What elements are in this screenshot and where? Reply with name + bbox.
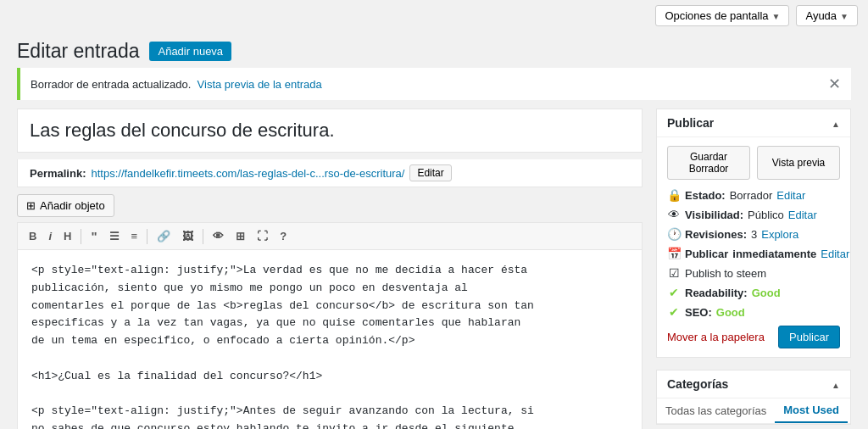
chevron-down-icon-help xyxy=(840,9,849,22)
publish-box-header: Publicar xyxy=(657,109,850,137)
notice-bar: Borrador de entrada actualizado. Vista p… xyxy=(17,68,851,100)
permalink-row: Permalink: https://fandelkefir.timeets.c… xyxy=(17,159,643,187)
publish-footer-row: Mover a la papelera Publicar xyxy=(667,326,840,348)
revisions-icon: 🕐 xyxy=(667,227,681,241)
checkbox-icon: ☑ xyxy=(667,266,681,280)
help-toolbar-button[interactable]: ? xyxy=(275,227,291,245)
preview-toggle-button[interactable]: 👁 xyxy=(209,227,228,245)
publish-time-label: Publicar xyxy=(685,248,728,260)
permalink-link[interactable]: https://fandelkefir.timeets.com/las-regl… xyxy=(91,167,404,180)
toolbar-separator-1 xyxy=(81,229,81,244)
publish-button[interactable]: Publicar xyxy=(778,326,840,348)
link-button[interactable]: 🔗 xyxy=(153,227,175,245)
screen-options-label: Opciones de pantalla xyxy=(665,9,768,22)
categories-box: Categorías Todas las categorías Most Use… xyxy=(656,370,851,425)
permalink-edit-button[interactable]: Editar xyxy=(409,164,451,181)
blockquote-button[interactable]: " xyxy=(86,226,101,246)
visibility-row: 👁 Visibilidad: Público Editar xyxy=(667,208,840,221)
screen-options-button[interactable]: Opciones de pantalla xyxy=(655,5,789,26)
chevron-up-icon xyxy=(832,116,840,130)
sidebar-section: Publicar Guardar Borrador Vista previa 🔒… xyxy=(656,109,851,429)
seo-value: Good xyxy=(716,306,745,319)
visibility-value: Público xyxy=(748,209,784,221)
categories-tabs: Todas las categorías Most Used xyxy=(657,398,850,424)
publish-box: Publicar Guardar Borrador Vista previa 🔒… xyxy=(656,109,851,358)
most-used-tab[interactable]: Most Used xyxy=(775,398,848,423)
chevron-down-icon xyxy=(772,9,781,22)
add-media-label: Añadir objeto xyxy=(40,199,105,212)
publish-time-row: 📅 Publicar inmediatamente Editar xyxy=(667,247,840,260)
seo-row: ✔ SEO: Good xyxy=(667,305,840,319)
bold-button[interactable]: B xyxy=(25,227,41,245)
revisions-link[interactable]: Explora xyxy=(761,228,798,241)
heading-button[interactable]: H xyxy=(59,227,75,245)
notice-close-button[interactable]: ✕ xyxy=(828,76,841,92)
readability-row: ✔ Readability: Good xyxy=(667,286,840,299)
top-bar: Opciones de pantalla Ayuda xyxy=(0,0,868,31)
help-button[interactable]: Ayuda xyxy=(796,5,858,26)
add-media-button[interactable]: ⊞ Añadir objeto xyxy=(17,194,114,217)
readability-icon: ✔ xyxy=(667,286,681,299)
status-value: Borrador xyxy=(730,189,773,202)
page-title: Editar entrada xyxy=(17,40,139,63)
calendar-icon: 📅 xyxy=(667,247,681,260)
seo-icon: ✔ xyxy=(667,305,681,319)
main-layout: Permalink: https://fandelkefir.timeets.c… xyxy=(0,109,868,429)
status-label: Estado: xyxy=(685,189,726,202)
categories-title: Categorías xyxy=(667,377,728,391)
preview-link[interactable]: Vista previa de la entrada xyxy=(198,78,322,91)
publish-time-edit-link[interactable]: Editar xyxy=(821,248,849,260)
revisions-label: Revisiones: xyxy=(685,228,747,241)
status-icon: 🔒 xyxy=(667,188,681,202)
publish-to-steem-label: Publish to steem xyxy=(685,267,766,280)
editor-section: Permalink: https://fandelkefir.timeets.c… xyxy=(17,109,643,429)
editor-toolbar: B i H " ☰ ≡ 🔗 🖼 👁 ⊞ ⛶ ? xyxy=(17,222,643,249)
ordered-list-button[interactable]: ≡ xyxy=(127,227,142,245)
post-title-box xyxy=(17,109,643,153)
notice-message: Borrador de entrada actualizado. Vista p… xyxy=(31,78,322,91)
page-header: Editar entrada Añadir nueva xyxy=(0,31,868,68)
media-btn-row: ⊞ Añadir objeto xyxy=(17,194,643,222)
seo-label: SEO: xyxy=(685,306,712,319)
unordered-list-button[interactable]: ☰ xyxy=(105,227,124,245)
italic-button[interactable]: i xyxy=(44,227,56,245)
plus-icon: ⊞ xyxy=(26,199,36,212)
visibility-label: Visibilidad: xyxy=(685,209,743,221)
preview-button[interactable]: Vista previa xyxy=(757,146,840,180)
move-to-trash-link[interactable]: Mover a la papelera xyxy=(667,331,765,343)
status-row: 🔒 Estado: Borrador Editar xyxy=(667,188,840,202)
readability-label: Readability: xyxy=(685,287,748,299)
editor-area[interactable]: <p style="text-align: justify;">La verda… xyxy=(17,249,643,429)
image-button[interactable]: 🖼 xyxy=(178,227,198,245)
permalink-label: Permalink: xyxy=(30,167,86,180)
readability-value: Good xyxy=(752,287,781,299)
post-title-input[interactable] xyxy=(30,120,630,142)
publish-to-steem-row: ☑ Publish to steem xyxy=(667,266,840,280)
toolbar-separator-2 xyxy=(147,229,147,244)
visibility-icon: 👁 xyxy=(667,208,681,221)
editor-content: <p style="text-align: justify;">La verda… xyxy=(31,262,628,429)
publish-btn-row: Guardar Borrador Vista previa xyxy=(667,146,840,180)
add-new-button[interactable]: Añadir nueva xyxy=(149,42,231,61)
publish-box-title: Publicar xyxy=(667,116,714,130)
table-button[interactable]: ⊞ xyxy=(231,227,249,245)
revisions-row: 🕐 Revisiones: 3 Explora xyxy=(667,227,840,241)
publish-time-value: inmediatamente xyxy=(732,248,816,260)
save-draft-button[interactable]: Guardar Borrador xyxy=(667,146,750,180)
status-edit-link[interactable]: Editar xyxy=(776,189,805,202)
revisions-value: 3 xyxy=(751,228,757,241)
categories-chevron-up xyxy=(832,377,840,391)
help-label: Ayuda xyxy=(805,9,837,22)
all-categories-tab[interactable]: Todas las categorías xyxy=(657,398,775,423)
toolbar-separator-3 xyxy=(203,229,203,244)
categories-box-header: Categorías xyxy=(657,370,850,398)
publish-box-body: Guardar Borrador Vista previa 🔒 Estado: … xyxy=(657,137,850,357)
fullscreen-button[interactable]: ⛶ xyxy=(253,227,272,245)
visibility-edit-link[interactable]: Editar xyxy=(788,209,817,221)
